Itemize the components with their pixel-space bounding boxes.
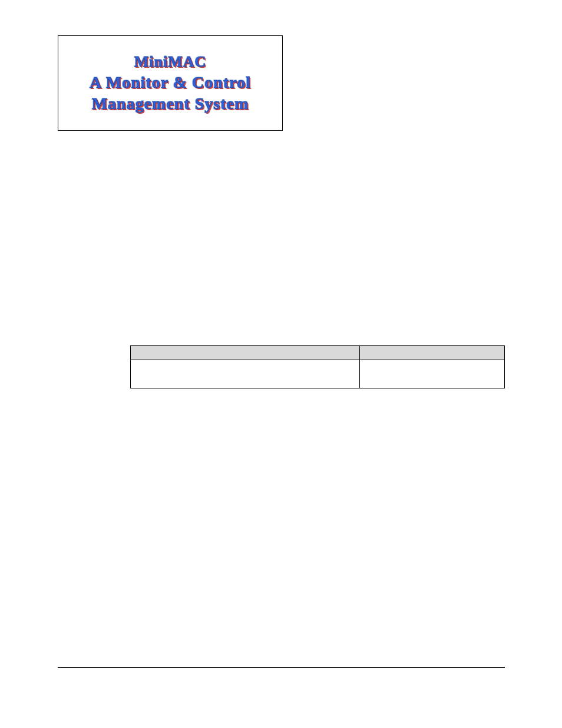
table-row [131, 360, 505, 388]
table-cell [131, 360, 360, 388]
data-table [130, 345, 505, 388]
table-cell [360, 360, 505, 388]
table-header-cell [131, 346, 360, 360]
logo-line-2: A Monitor & Control [90, 73, 251, 92]
logo-line-1: MiniMAC [134, 53, 207, 71]
logo-box: MiniMAC A Monitor & Control Management S… [58, 35, 283, 131]
table-header-row [131, 346, 505, 360]
data-table-container [130, 345, 505, 388]
footer-divider [58, 667, 505, 668]
logo-line-3: Management System [92, 94, 249, 113]
table-header-cell [360, 346, 505, 360]
